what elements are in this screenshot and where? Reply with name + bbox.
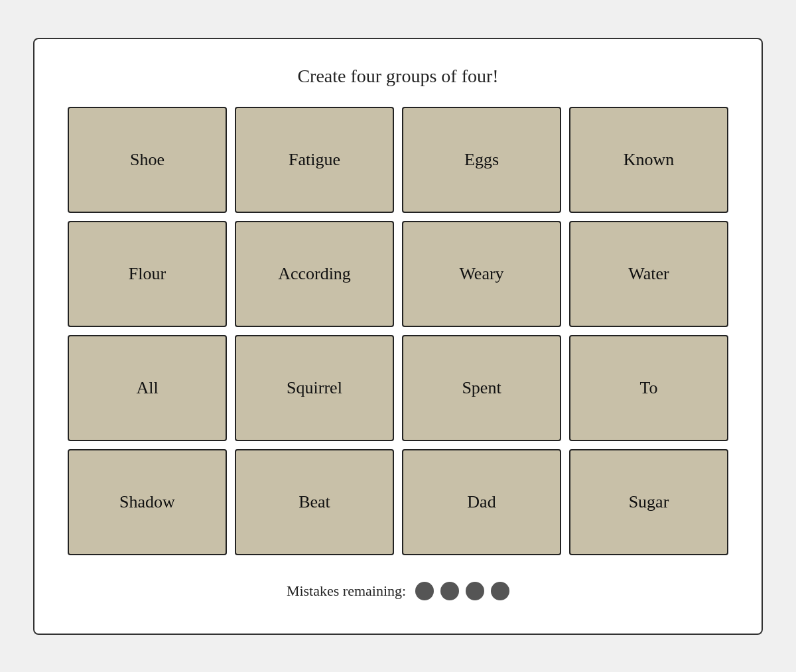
card-label-sugar: Sugar — [629, 492, 669, 512]
card-label-shadow: Shadow — [119, 492, 175, 512]
card-according[interactable]: According — [235, 221, 394, 327]
card-label-eggs: Eggs — [464, 150, 499, 170]
card-beat[interactable]: Beat — [235, 449, 394, 555]
mistake-dot-2 — [440, 582, 459, 600]
card-label-according: According — [278, 264, 351, 284]
card-label-all: All — [136, 378, 158, 398]
mistakes-row: Mistakes remaining: — [68, 582, 728, 600]
card-shoe[interactable]: Shoe — [68, 107, 227, 213]
card-grid: ShoeFatigueEggsKnownFlourAccordingWearyW… — [68, 107, 728, 555]
card-label-water: Water — [628, 264, 669, 284]
card-known[interactable]: Known — [569, 107, 728, 213]
card-to[interactable]: To — [569, 335, 728, 441]
card-dad[interactable]: Dad — [402, 449, 561, 555]
card-label-weary: Weary — [459, 264, 503, 284]
mistake-dot-3 — [466, 582, 484, 600]
card-label-fatigue: Fatigue — [289, 150, 340, 170]
card-label-to: To — [639, 378, 657, 398]
card-water[interactable]: Water — [569, 221, 728, 327]
card-sugar[interactable]: Sugar — [569, 449, 728, 555]
card-label-shoe: Shoe — [130, 150, 165, 170]
card-label-beat: Beat — [298, 492, 330, 512]
card-squirrel[interactable]: Squirrel — [235, 335, 394, 441]
card-label-squirrel: Squirrel — [287, 378, 342, 398]
mistake-dot-1 — [415, 582, 434, 600]
card-flour[interactable]: Flour — [68, 221, 227, 327]
mistakes-dots — [415, 582, 509, 600]
card-all[interactable]: All — [68, 335, 227, 441]
card-label-flour: Flour — [129, 264, 166, 284]
card-label-known: Known — [624, 150, 675, 170]
card-eggs[interactable]: Eggs — [402, 107, 561, 213]
card-weary[interactable]: Weary — [402, 221, 561, 327]
card-spent[interactable]: Spent — [402, 335, 561, 441]
mistake-dot-4 — [491, 582, 509, 600]
game-container: Create four groups of four! ShoeFatigueE… — [33, 38, 763, 635]
mistakes-label: Mistakes remaining: — [287, 582, 406, 600]
card-fatigue[interactable]: Fatigue — [235, 107, 394, 213]
card-shadow[interactable]: Shadow — [68, 449, 227, 555]
card-label-dad: Dad — [467, 492, 496, 512]
card-label-spent: Spent — [462, 378, 501, 398]
game-title: Create four groups of four! — [68, 66, 728, 87]
